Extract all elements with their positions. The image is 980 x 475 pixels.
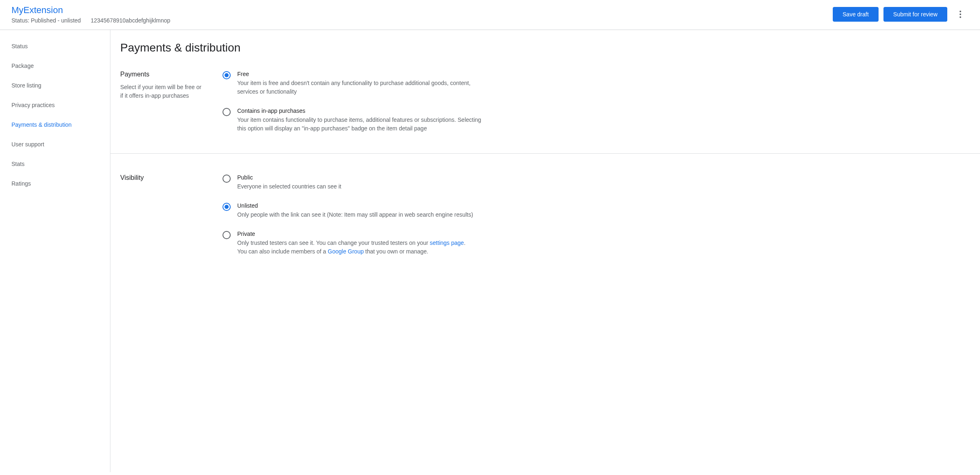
visibility-options: Public Everyone in selected countries ca… — [223, 174, 970, 256]
header: MyExtension Status: Published - unlisted… — [0, 0, 980, 30]
header-meta: Status: Published - unlisted 12345678910… — [11, 17, 170, 24]
sidebar-item-ratings[interactable]: Ratings — [0, 174, 110, 193]
option-body: Free Your item is free and doesn't conta… — [237, 71, 483, 96]
vertical-dots-icon — [960, 11, 961, 18]
more-options-button[interactable] — [952, 6, 969, 22]
payment-option-free: Free Your item is free and doesn't conta… — [223, 71, 970, 96]
radio-private[interactable] — [223, 231, 231, 239]
status-text: Status: Published - unlisted — [11, 17, 81, 24]
option-label-private: Private — [237, 231, 483, 237]
private-text-1: Only trusted testers can see it. You can… — [237, 240, 430, 246]
visibility-option-unlisted: Unlisted Only people with the link can s… — [223, 202, 970, 219]
header-left: MyExtension Status: Published - unlisted… — [11, 5, 170, 24]
private-text-2: . — [464, 240, 465, 246]
sidebar-item-privacy-practices[interactable]: Privacy practices — [0, 95, 110, 115]
radio-iap[interactable] — [223, 108, 231, 116]
radio-public[interactable] — [223, 175, 231, 183]
option-label-unlisted: Unlisted — [237, 202, 483, 209]
radio-free[interactable] — [223, 71, 231, 79]
option-body: Private Only trusted testers can see it.… — [237, 231, 483, 256]
app-title[interactable]: MyExtension — [11, 5, 170, 16]
payments-section-header: Payments Select if your item will be fre… — [120, 71, 223, 133]
sidebar-item-stats[interactable]: Stats — [0, 154, 110, 174]
sidebar-item-store-listing[interactable]: Store listing — [0, 76, 110, 95]
option-body: Contains in-app purchases Your item cont… — [237, 108, 483, 133]
settings-page-link[interactable]: settings page — [430, 240, 464, 246]
submit-for-review-button[interactable]: Submit for review — [883, 7, 947, 22]
main-content: Payments & distribution Payments Select … — [110, 30, 980, 472]
option-desc-iap: Your item contains functionality to purc… — [237, 116, 483, 133]
private-text-3: You can also include members of a — [237, 248, 328, 255]
visibility-option-private: Private Only trusted testers can see it.… — [223, 231, 970, 256]
visibility-section: Visibility Public Everyone in selected c… — [110, 174, 980, 276]
option-desc-public: Everyone in selected countries can see i… — [237, 182, 483, 191]
radio-unlisted[interactable] — [223, 203, 231, 211]
option-body: Public Everyone in selected countries ca… — [237, 174, 483, 191]
visibility-option-public: Public Everyone in selected countries ca… — [223, 174, 970, 191]
google-group-link[interactable]: Google Group — [328, 248, 364, 255]
sidebar-item-status[interactable]: Status — [0, 36, 110, 56]
sidebar: Status Package Store listing Privacy pra… — [0, 30, 110, 472]
option-label-iap: Contains in-app purchases — [237, 108, 483, 114]
sidebar-item-package[interactable]: Package — [0, 56, 110, 76]
save-draft-button[interactable]: Save draft — [833, 7, 879, 22]
visibility-title: Visibility — [120, 174, 223, 181]
payments-section: Payments Select if your item will be fre… — [110, 71, 980, 154]
option-desc-free: Your item is free and doesn't contain an… — [237, 79, 483, 96]
header-right: Save draft Submit for review — [833, 6, 969, 22]
option-desc-unlisted: Only people with the link can see it (No… — [237, 211, 483, 219]
option-desc-private: Only trusted testers can see it. You can… — [237, 239, 483, 256]
payments-title: Payments — [120, 71, 223, 78]
page-title: Payments & distribution — [110, 30, 980, 71]
sidebar-item-payments-distribution[interactable]: Payments & distribution — [0, 115, 110, 134]
option-label-free: Free — [237, 71, 483, 77]
layout: Status Package Store listing Privacy pra… — [0, 30, 980, 472]
payments-options: Free Your item is free and doesn't conta… — [223, 71, 970, 133]
private-text-4: that you own or manage. — [364, 248, 428, 255]
option-label-public: Public — [237, 174, 483, 181]
option-body: Unlisted Only people with the link can s… — [237, 202, 483, 219]
sidebar-item-user-support[interactable]: User support — [0, 134, 110, 154]
visibility-section-header: Visibility — [120, 174, 223, 256]
payments-desc: Select if your item will be free or if i… — [120, 83, 202, 100]
payment-option-iap: Contains in-app purchases Your item cont… — [223, 108, 970, 133]
item-id: 12345678910abcdefghijklmnop — [91, 17, 171, 24]
